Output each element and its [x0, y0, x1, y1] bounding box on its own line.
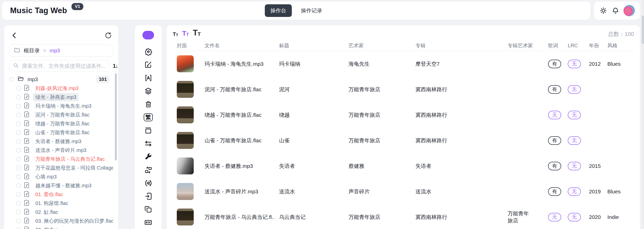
- cell-title[interactable]: 乌云典当记: [275, 214, 344, 221]
- file-checkbox[interactable]: [16, 192, 21, 197]
- root-folder-name[interactable]: mp3: [28, 76, 38, 82]
- tree-file-item[interactable]: 泥河 - 万能青年旅店.flac: [9, 110, 113, 119]
- album-cover[interactable]: [177, 209, 194, 225]
- theme-sun-icon[interactable]: [599, 6, 608, 15]
- file-checkbox[interactable]: [16, 166, 21, 170]
- file-name[interactable]: 万能青年旅店 - 乌云典当记.flac: [33, 155, 107, 163]
- file-name[interactable]: 送流水 - 声音碎片.mp3: [33, 146, 89, 154]
- file-name[interactable]: 失语者 - 蔡健雅.mp3: [33, 137, 84, 146]
- tree-file-item[interactable]: 玛卡瑞纳 - 海龟先生.mp3: [9, 102, 113, 110]
- col-lyrics[interactable]: 歌词: [544, 42, 564, 49]
- cell-filename[interactable]: 绕越 - 万能青年旅店.flac: [201, 111, 275, 119]
- file-checkbox[interactable]: [16, 157, 21, 162]
- file-checkbox[interactable]: [16, 201, 21, 206]
- cell-year[interactable]: 2015: [585, 163, 603, 169]
- search-input[interactable]: 搜索文件、文件夹或使用过滤条件...: [9, 60, 110, 72]
- cell-title[interactable]: 山雀: [275, 137, 344, 144]
- user-avatar[interactable]: [623, 5, 635, 16]
- tree-file-item[interactable]: 绕越 - 万能青年旅店.flac: [9, 119, 113, 128]
- tree-file-item[interactable]: 山雀 - 万能青年旅店.flac: [9, 128, 113, 137]
- tree-file-item[interactable]: 万千花蕊慈母悲哀 - 珂拉琪 Collage.mp3: [9, 164, 113, 172]
- cell-artist[interactable]: 万能青年旅店: [344, 86, 411, 93]
- cell-artist[interactable]: 声音碎片: [344, 188, 411, 195]
- copy-icon[interactable]: [142, 203, 155, 216]
- table-row[interactable]: 玛卡瑞纳 - 海龟先生.mp3 玛卡瑞纳 海龟先生 摩登天空7 有 无 2012…: [173, 51, 634, 77]
- file-name[interactable]: 01. 爱你.flac: [33, 190, 66, 199]
- swap-replace-icon[interactable]: [142, 163, 155, 176]
- file-checkbox[interactable]: [16, 174, 21, 179]
- cell-artist[interactable]: 万能青年旅店: [344, 214, 411, 221]
- col-artist[interactable]: 艺术家: [344, 42, 411, 49]
- file-name[interactable]: 刘森-妖风过海.mp3: [33, 84, 81, 93]
- waveform-box-icon[interactable]: [142, 216, 155, 229]
- file-checkbox[interactable]: [16, 104, 21, 108]
- font-size-small-button[interactable]: TT: [173, 31, 178, 37]
- cell-year[interactable]: 2012: [585, 61, 603, 67]
- tab-history[interactable]: 操作记录: [295, 4, 328, 17]
- tree-file-item[interactable]: 01. 狗尿馆.flac: [9, 199, 113, 208]
- cell-title[interactable]: 送流水: [275, 188, 344, 195]
- cell-artist[interactable]: 海龟先生: [344, 60, 411, 67]
- refresh-icon[interactable]: [104, 31, 112, 40]
- tree-file-item[interactable]: 03. 揪心的玩笑与漫长的白日梦.flac: [9, 217, 113, 225]
- tree-file-item[interactable]: 刘森-妖风过海.mp3: [9, 84, 113, 93]
- cell-genre[interactable]: Blues: [603, 61, 633, 67]
- album-cover[interactable]: [177, 132, 194, 149]
- tree-file-item[interactable]: 03. 空.flac: [9, 225, 113, 229]
- import-box-icon[interactable]: [142, 190, 155, 203]
- cell-year[interactable]: 2020: [585, 214, 603, 220]
- cell-album[interactable]: 冀西南林路行: [411, 86, 504, 93]
- tab-console[interactable]: 操作台: [265, 4, 292, 17]
- file-checkbox[interactable]: [16, 210, 21, 215]
- file-checkbox[interactable]: [16, 148, 21, 153]
- album-cover[interactable]: [177, 183, 194, 200]
- file-name[interactable]: 绕越 - 万能青年旅店.flac: [33, 120, 92, 128]
- cell-filename[interactable]: 山雀 - 万能青年旅店.flac: [201, 137, 275, 144]
- cell-artist[interactable]: 万能青年旅店: [344, 137, 411, 144]
- tree-file-item[interactable]: 心墙.mp3: [9, 172, 113, 181]
- file-name[interactable]: 玛卡瑞纳 - 海龟先生.mp3: [33, 102, 94, 110]
- table-row[interactable]: 送流水 - 声音碎片.mp3 送流水 声音碎片 送流水 有 无 2019 Blu…: [173, 179, 634, 204]
- cell-album[interactable]: 冀西南林路行: [411, 111, 504, 119]
- cell-title[interactable]: 绕越: [275, 111, 344, 119]
- cell-album[interactable]: 冀西南林路行: [411, 137, 504, 144]
- notification-bell-icon[interactable]: [611, 6, 620, 15]
- tree-file-item[interactable]: 01. 爱你.flac: [9, 190, 113, 199]
- file-checkbox[interactable]: [16, 183, 21, 188]
- back-chevron-icon[interactable]: [10, 31, 19, 40]
- file-checkbox[interactable]: [16, 86, 21, 91]
- cell-filename[interactable]: 玛卡瑞纳 - 海龟先生.mp3: [201, 60, 275, 67]
- tree-root-folder[interactable]: mp3 101: [9, 75, 113, 84]
- active-tool-indicator[interactable]: [142, 31, 154, 39]
- tree-file-item[interactable]: 绿光 - 孙燕姿.mp3: [9, 93, 113, 102]
- table-row[interactable]: 万能青年旅店 - 乌云典当记.fl... 乌云典当记 万能青年旅店 冀西南林路行…: [173, 204, 634, 229]
- cell-album[interactable]: 摩登天空7: [411, 60, 504, 67]
- cell-title[interactable]: 失语者: [275, 163, 344, 170]
- tree-scrollbar[interactable]: [115, 73, 117, 161]
- col-cover[interactable]: 封面: [173, 42, 201, 49]
- breadcrumb[interactable]: 根目录 > mp3: [9, 44, 113, 57]
- cell-genre[interactable]: Indie: [603, 214, 633, 220]
- breadcrumb-current[interactable]: mp3: [50, 48, 60, 54]
- table-row[interactable]: 失语者 - 蔡健雅.mp3 失语者 蔡健雅 失语者 有 无 2015: [173, 153, 634, 179]
- cell-title[interactable]: 玛卡瑞纳: [275, 60, 344, 67]
- numeric-sort-icon[interactable]: 1↓: [113, 63, 118, 69]
- col-year[interactable]: 年份: [585, 42, 603, 49]
- trash-icon[interactable]: [142, 98, 155, 111]
- col-album[interactable]: 专辑: [411, 42, 504, 49]
- tree-file-item[interactable]: 送流水 - 声音碎片.mp3: [9, 146, 113, 155]
- cell-filename[interactable]: 万能青年旅店 - 乌云典当记.fl...: [201, 214, 275, 221]
- tree-file-item[interactable]: 万能青年旅店 - 乌云典当记.flac: [9, 155, 113, 164]
- double-chevron-brackets-icon[interactable]: [142, 176, 155, 190]
- cell-album[interactable]: 冀西南林路行: [411, 214, 504, 221]
- album-cover[interactable]: [177, 157, 194, 174]
- cell-album[interactable]: 失语者: [411, 163, 504, 170]
- file-checkbox[interactable]: [16, 112, 21, 117]
- col-filename[interactable]: 文件名: [201, 42, 275, 49]
- cell-filename[interactable]: 泥河 - 万能青年旅店.flac: [201, 86, 275, 93]
- cell-artist[interactable]: 蔡健雅: [344, 163, 411, 170]
- settings-gear-icon[interactable]: [142, 45, 155, 58]
- file-checkbox[interactable]: [16, 219, 21, 223]
- cell-genre[interactable]: Blues: [603, 189, 633, 195]
- traditional-chinese-icon[interactable]: 繁: [142, 111, 155, 124]
